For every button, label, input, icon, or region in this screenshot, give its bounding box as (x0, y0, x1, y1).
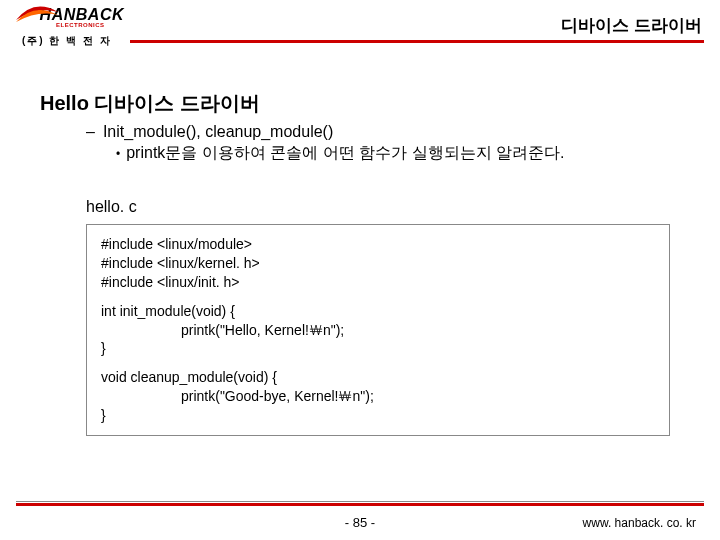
footer-divider (16, 503, 704, 506)
code-line: #include <linux/kernel. h> (101, 254, 655, 273)
code-line: printk("Hello, Kernel!￦n"); (101, 321, 655, 340)
bullet-level-2: •printk문을 이용하여 콘솔에 어떤 함수가 실행되는지 알려준다. (116, 143, 680, 164)
bullet-level-1: –Init_module(), cleanup_module() (86, 123, 680, 141)
footer-site: www. hanback. co. kr (583, 516, 696, 530)
code-fn-cleanup: void cleanup_module(void) { printk("Good… (101, 368, 655, 425)
header: HANBACK ELECTRONICS (주) 한 백 전 자 디바이스 드라이… (0, 0, 720, 60)
dash-icon: – (86, 123, 95, 140)
code-line: int init_module(void) { (101, 302, 655, 321)
code-line: } (101, 339, 655, 358)
code-line: #include <linux/module> (101, 235, 655, 254)
code-body: printk("Good-bye, Kernel!￦n"); (181, 388, 374, 404)
content-body: Hello 디바이스 드라이버 –Init_module(), cleanup_… (0, 60, 720, 436)
code-body: printk("Hello, Kernel!￦n"); (181, 322, 344, 338)
header-divider (130, 40, 704, 43)
code-includes: #include <linux/module> #include <linux/… (101, 235, 655, 292)
logo-korean: (주) 한 백 전 자 (22, 34, 124, 48)
code-box: #include <linux/module> #include <linux/… (86, 224, 670, 436)
code-line: void cleanup_module(void) { (101, 368, 655, 387)
bullet2-text: printk문을 이용하여 콘솔에 어떤 함수가 실행되는지 알려준다. (126, 144, 564, 161)
bullet1-text: Init_module(), cleanup_module() (103, 123, 333, 140)
section-heading: Hello 디바이스 드라이버 (40, 90, 680, 117)
bullet-icon: • (116, 147, 120, 161)
logo: HANBACK ELECTRONICS (주) 한 백 전 자 (14, 6, 124, 48)
swoosh-icon (14, 6, 42, 24)
code-line: #include <linux/init. h> (101, 273, 655, 292)
file-label: hello. c (86, 198, 680, 216)
code-line: } (101, 406, 655, 425)
slide-page: HANBACK ELECTRONICS (주) 한 백 전 자 디바이스 드라이… (0, 0, 720, 540)
header-title: 디바이스 드라이버 (561, 14, 702, 37)
code-line: printk("Good-bye, Kernel!￦n"); (101, 387, 655, 406)
code-fn-init: int init_module(void) { printk("Hello, K… (101, 302, 655, 359)
